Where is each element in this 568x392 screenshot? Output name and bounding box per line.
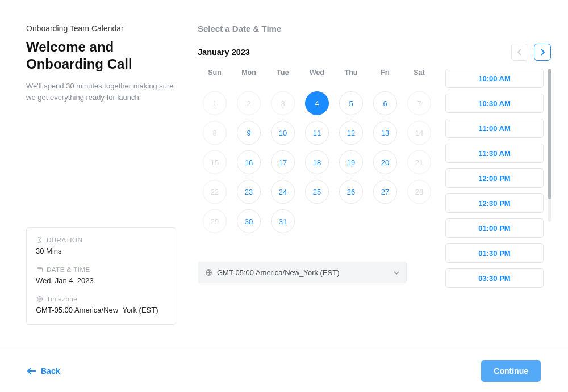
calendar-day: 14	[407, 121, 431, 145]
picker-panel: Select a Date & Time January 2023 SunMon…	[186, 15, 551, 377]
calendar-day[interactable]: 18	[305, 150, 329, 174]
datetime-label: DATE & TIME	[36, 265, 166, 273]
calendar-day: 21	[407, 150, 431, 174]
time-slot[interactable]: 10:00 AM	[445, 69, 544, 88]
day-of-week-row: SunMonTueWedThuFriSat	[198, 69, 436, 77]
meeting-meta-card: DURATION 30 Mins DATE & TIME Wed, Jan 4,…	[26, 227, 176, 325]
timezone-select-value: GMT-05:00 America/New_York (EST)	[217, 268, 340, 277]
calendar-week: 293031	[198, 209, 436, 233]
duration-label: DURATION	[36, 236, 166, 243]
dow-label: Mon	[232, 69, 266, 77]
time-slot[interactable]: 12:30 PM	[445, 193, 544, 213]
calendar-day[interactable]: 10	[271, 121, 295, 145]
time-slot-scrollbar[interactable]	[548, 69, 551, 222]
time-slot[interactable]: 01:00 PM	[445, 218, 544, 238]
calendar-day[interactable]: 20	[373, 150, 397, 174]
svg-rect-0	[37, 267, 42, 272]
booking-page: Onboarding Team Calendar Welcome and Onb…	[0, 0, 568, 392]
arrow-left-icon	[27, 368, 36, 374]
time-slot[interactable]: 11:30 AM	[445, 144, 544, 163]
dow-label: Sat	[402, 69, 436, 77]
calendar-day[interactable]: 6	[373, 91, 397, 115]
calendar-day[interactable]: 13	[373, 121, 397, 145]
calendar-day: 7	[407, 91, 431, 115]
calendar-day[interactable]: 17	[271, 150, 295, 174]
calendar-day[interactable]: 4	[305, 91, 329, 115]
globe-icon	[36, 295, 43, 302]
calendar-week: 22232425262728	[198, 180, 436, 204]
timezone-select[interactable]: GMT-05:00 America/New_York (EST)	[198, 262, 407, 283]
calendar-day: 29	[203, 209, 227, 233]
datetime-value: Wed, Jan 4, 2023	[36, 276, 166, 285]
calendar-day[interactable]: 12	[339, 121, 363, 145]
dow-label: Fri	[368, 69, 402, 77]
calendar-day[interactable]: 19	[339, 150, 363, 174]
calendar-day: 28	[407, 180, 431, 204]
calendar-day: 8	[203, 121, 227, 145]
calendar-icon	[36, 265, 43, 273]
timezone-value: GMT-05:00 America/New_York (EST)	[36, 306, 166, 314]
globe-icon	[205, 269, 212, 276]
calendar-day: 2	[237, 91, 261, 115]
calendar-day[interactable]: 25	[305, 180, 329, 204]
calendar-day[interactable]: 26	[339, 180, 363, 204]
timezone-label: Timezone	[36, 295, 166, 302]
month-label: January 2023	[198, 48, 511, 57]
dow-label: Wed	[300, 69, 334, 77]
calendar-day: 22	[203, 180, 227, 204]
prev-month-button[interactable]	[511, 44, 528, 61]
calendar-day[interactable]: 23	[237, 180, 261, 204]
calendar-week: 15161718192021	[198, 150, 436, 174]
dow-label: Thu	[334, 69, 368, 77]
duration-value: 30 Mins	[36, 247, 166, 255]
scrollbar-thumb[interactable]	[548, 69, 551, 199]
calendar-day[interactable]: 5	[339, 91, 363, 115]
calendar-weeks: 1234567891011121314151617181920212223242…	[198, 91, 436, 233]
datetime-label-text: DATE & TIME	[47, 266, 90, 273]
next-month-button[interactable]	[534, 44, 551, 61]
time-slot[interactable]: 10:30 AM	[445, 94, 544, 113]
section-title: Select a Date & Time	[198, 24, 551, 33]
calendar-week: 891011121314	[198, 121, 436, 145]
calendar-week: 1234567	[198, 91, 436, 115]
footer: Back Continue	[0, 349, 568, 392]
event-title: Welcome and Onboarding Call	[26, 39, 176, 73]
event-description: We'll spend 30 minutes together making s…	[26, 81, 176, 103]
calendar-day[interactable]: 9	[237, 121, 261, 145]
calendar-day: 3	[271, 91, 295, 115]
dow-label: Tue	[266, 69, 300, 77]
chevron-left-icon	[516, 48, 523, 56]
calendar-owner: Onboarding Team Calendar	[26, 24, 176, 33]
timezone-label-text: Timezone	[47, 296, 77, 302]
back-button[interactable]: Back	[27, 366, 60, 376]
calendar-day[interactable]: 24	[271, 180, 295, 204]
calendar-day[interactable]: 16	[237, 150, 261, 174]
calendar-day: 1	[203, 91, 227, 115]
time-slot[interactable]: 12:00 PM	[445, 168, 544, 188]
calendar-day[interactable]: 30	[237, 209, 261, 233]
calendar-day[interactable]: 27	[373, 180, 397, 204]
continue-button[interactable]: Continue	[481, 360, 541, 382]
hourglass-icon	[36, 236, 43, 243]
time-slot-panel: 10:00 AM10:30 AM11:00 AM11:30 AM12:00 PM…	[445, 69, 551, 377]
chevron-right-icon	[539, 48, 546, 56]
calendar-day[interactable]: 11	[305, 121, 329, 145]
duration-label-text: DURATION	[47, 237, 82, 243]
calendar-header: January 2023	[198, 44, 551, 61]
time-slot[interactable]: 11:00 AM	[445, 119, 544, 138]
picker-main-row: SunMonTueWedThuFriSat 123456789101112131…	[198, 69, 551, 377]
back-label: Back	[41, 366, 60, 376]
calendar-day[interactable]: 31	[271, 209, 295, 233]
calendar: SunMonTueWedThuFriSat 123456789101112131…	[198, 69, 436, 377]
caret-down-icon	[394, 268, 399, 277]
time-slot-list: 10:00 AM10:30 AM11:00 AM11:30 AM12:00 PM…	[445, 69, 548, 377]
dow-label: Sun	[198, 69, 232, 77]
info-panel: Onboarding Team Calendar Welcome and Onb…	[16, 15, 186, 377]
calendar-day: 15	[203, 150, 227, 174]
time-slot[interactable]: 03:30 PM	[445, 268, 544, 288]
time-slot[interactable]: 01:30 PM	[445, 243, 544, 263]
